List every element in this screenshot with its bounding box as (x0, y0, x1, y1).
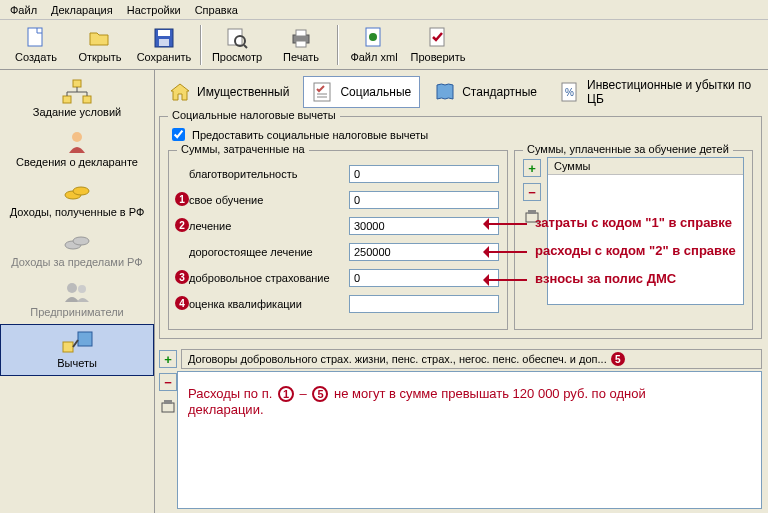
badge-4: 4 (175, 296, 189, 310)
print-button[interactable]: Печать (269, 22, 333, 68)
svg-rect-3 (159, 39, 169, 46)
badge-1: 1 (175, 192, 189, 206)
preview-button[interactable]: Просмотр (205, 22, 269, 68)
svg-point-18 (73, 187, 89, 195)
book-icon (434, 81, 456, 103)
check-icon (426, 26, 450, 50)
spent-title: Суммы, затраченные на (177, 143, 309, 155)
new-file-icon (24, 26, 48, 50)
contracts-title-bar: Договоры добровольного страх. жизни, пен… (181, 349, 762, 369)
toolbar: Создать Открыть Сохранить Просмотр Печат… (0, 20, 768, 70)
menubar: Файл Декларация Настройки Справка (0, 0, 768, 20)
tab-social[interactable]: Социальные (303, 76, 420, 108)
sidebar-label: Вычеты (57, 357, 97, 369)
edit-contract-button[interactable] (159, 397, 177, 415)
sidebar-item-conditions[interactable]: Задание условий (0, 74, 154, 124)
list-column-header: Суммы (548, 158, 743, 175)
svg-rect-2 (158, 30, 170, 36)
magnifier-icon (225, 26, 249, 50)
label-own-edu: свое обучение (189, 194, 349, 206)
sidebar-item-deductions[interactable]: Вычеты (0, 324, 154, 376)
check-label: Проверить (410, 51, 465, 63)
floppy-icon (152, 26, 176, 50)
percent-doc-icon: % (559, 81, 581, 103)
save-label: Сохранить (137, 51, 192, 63)
contracts-group: + Договоры добровольного страх. жизни, п… (159, 347, 762, 509)
edu-title: Суммы, уплаченные за обучение детей (523, 143, 733, 155)
add-contract-button[interactable]: + (159, 350, 177, 368)
svg-text:%: % (565, 87, 574, 98)
check-button[interactable]: Проверить (406, 22, 470, 68)
tab-label: Инвестиционные и убытки по ЦБ (587, 78, 752, 106)
badge-2: 2 (175, 218, 189, 232)
tab-standard[interactable]: Стандартные (426, 77, 545, 107)
provide-social-checkbox[interactable] (172, 128, 185, 141)
svg-rect-24 (78, 332, 92, 346)
preview-label: Просмотр (212, 51, 262, 63)
remove-contract-button[interactable]: − (159, 373, 177, 391)
input-own-edu[interactable] (349, 191, 499, 209)
remove-button[interactable]: − (523, 183, 541, 201)
label-charity: благотворительность (189, 168, 349, 180)
sidebar-item-income-rf[interactable]: Доходы, полученные в РФ (0, 174, 154, 224)
input-qualification[interactable] (349, 295, 499, 313)
contracts-area: Расходы по п. 1 – 5 не могут в сумме пре… (177, 371, 762, 509)
annotation-1: затраты с кодом "1" в справке (535, 215, 732, 230)
svg-line-6 (244, 45, 247, 48)
svg-rect-13 (73, 80, 81, 87)
menu-settings[interactable]: Настройки (121, 2, 187, 17)
folder-open-icon (88, 26, 112, 50)
svg-rect-9 (296, 41, 306, 47)
create-button[interactable]: Создать (4, 22, 68, 68)
svg-rect-32 (162, 403, 174, 412)
save-button[interactable]: Сохранить (132, 22, 196, 68)
toolbar-separator (337, 25, 338, 65)
person-icon (61, 128, 93, 156)
svg-rect-14 (63, 96, 71, 103)
svg-point-11 (369, 33, 377, 41)
xml-file-icon (362, 26, 386, 50)
checkbox-label: Предоставить социальные налоговые вычеты (192, 129, 428, 141)
label-insurance: добровольное страхование (189, 272, 349, 284)
house-icon (169, 81, 191, 103)
filexml-button[interactable]: Файл xml (342, 22, 406, 68)
svg-rect-33 (164, 400, 172, 404)
sidebar-item-income-abroad[interactable]: Доходы за пределами РФ (0, 224, 154, 274)
print-label: Печать (283, 51, 319, 63)
social-deductions-group: Социальные налоговые вычеты Предоставить… (159, 116, 762, 339)
sidebar: Задание условий Сведения о декларанте До… (0, 70, 155, 513)
sidebar-item-declarant[interactable]: Сведения о декларанте (0, 124, 154, 174)
tab-invest[interactable]: % Инвестиционные и убытки по ЦБ (551, 74, 760, 110)
label-treatment: лечение (189, 220, 349, 232)
menu-declaration[interactable]: Декларация (45, 2, 119, 17)
annotation-2: расходы с кодом "2" в справке (535, 243, 736, 258)
menu-file[interactable]: Файл (4, 2, 43, 17)
filexml-label: Файл xml (350, 51, 397, 63)
coins-grey-icon (61, 228, 93, 256)
open-button[interactable]: Открыть (68, 22, 132, 68)
sidebar-label: Предприниматели (30, 306, 123, 318)
svg-point-22 (78, 285, 86, 293)
sidebar-item-entrepreneur[interactable]: Предприниматели (0, 274, 154, 324)
note-text: Расходы по п. (188, 386, 272, 401)
tab-label: Социальные (340, 85, 411, 99)
coins-icon (61, 178, 93, 206)
sidebar-label: Доходы, полученные в РФ (10, 206, 145, 218)
checklist-icon (312, 81, 334, 103)
sidebar-label: Доходы за пределами РФ (11, 256, 142, 268)
annotation-3: взносы за полис ДМС (535, 271, 676, 286)
tree-icon (61, 78, 93, 106)
svg-point-16 (72, 132, 82, 142)
tab-property[interactable]: Имущественный (161, 77, 297, 107)
group-title: Социальные налоговые вычеты (168, 109, 340, 121)
svg-rect-15 (83, 96, 91, 103)
input-charity[interactable] (349, 165, 499, 183)
content: Имущественный Социальные Стандартные % И… (155, 70, 768, 513)
badge-5: 5 (611, 352, 625, 366)
open-label: Открыть (78, 51, 121, 63)
toolbar-separator (200, 25, 201, 65)
note-text: декларации. (188, 402, 751, 417)
menu-help[interactable]: Справка (189, 2, 244, 17)
add-button[interactable]: + (523, 159, 541, 177)
tab-label: Имущественный (197, 85, 289, 99)
